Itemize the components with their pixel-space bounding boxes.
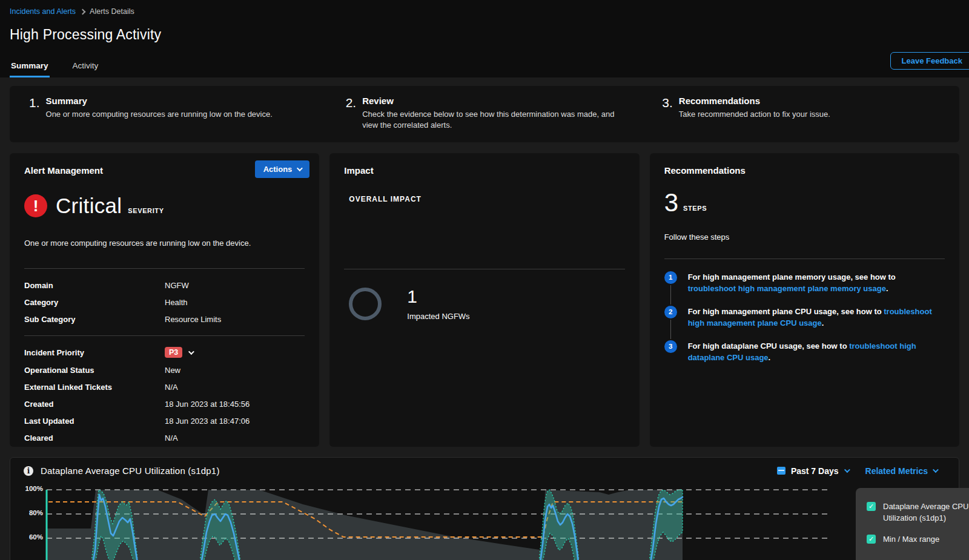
- detail-label: Operational Status: [24, 366, 165, 375]
- info-icon[interactable]: i: [24, 466, 33, 476]
- step-text-plain: For high management plane memory usage, …: [688, 272, 896, 282]
- page-header: Incidents and Alerts Alerts Details High…: [0, 0, 969, 77]
- impacted-count: 1: [407, 286, 469, 307]
- chevron-down-icon: [297, 165, 303, 171]
- checkbox-checked-icon[interactable]: ✓: [867, 535, 876, 544]
- step-circle: 1: [664, 271, 677, 284]
- chevron-down-icon: [844, 467, 850, 473]
- leave-feedback-button[interactable]: Leave Feedback: [890, 52, 969, 70]
- time-range-label: Past 7 Days: [791, 466, 839, 476]
- cpu-utilization-chart-card: i Dataplane Average CPU Utilization (s1d…: [10, 457, 959, 560]
- breadcrumb-parent-link[interactable]: Incidents and Alerts: [10, 7, 76, 16]
- actions-button[interactable]: Actions: [255, 160, 310, 178]
- divider: [344, 269, 624, 269]
- impact-card: Impact OVERALL IMPACT 1 Impacted NGFWs: [329, 153, 639, 447]
- alert-management-card: Alert Management Actions ! Critical SEVE…: [10, 153, 319, 447]
- recommendation-steps: 1 For high management plane memory usage…: [664, 271, 945, 375]
- detail-label: Category: [24, 298, 165, 307]
- related-metrics-label: Related Metrics: [865, 466, 928, 476]
- detail-value: N/A: [165, 383, 178, 392]
- breadcrumb-current: Alerts Details: [90, 7, 134, 16]
- calendar-icon: [777, 467, 785, 475]
- step-text: For high management plane CPU usage, see…: [688, 306, 945, 329]
- steps-banner: 1. Summary One or more computing resourc…: [10, 86, 959, 142]
- impacted-ngfws-row: 1 Impacted NGFWs: [349, 286, 624, 321]
- critical-severity-icon: !: [24, 194, 47, 217]
- steps-count: 3: [664, 191, 678, 214]
- detail-value: Resource Limits: [165, 315, 221, 324]
- actions-button-label: Actions: [263, 165, 293, 174]
- step-title: Recommendations: [679, 96, 830, 106]
- steps-count-label: STEPS: [683, 205, 707, 212]
- checkbox-checked-icon[interactable]: ✓: [867, 502, 876, 511]
- overall-impact-label: OVERALL IMPACT: [349, 195, 624, 203]
- step-title: Review: [362, 96, 626, 106]
- step-number: 2.: [346, 96, 357, 130]
- detail-label: Sub Category: [24, 315, 165, 324]
- detail-value: New: [165, 366, 180, 375]
- severity-value: Critical: [56, 194, 122, 218]
- step-number: 3.: [662, 96, 673, 130]
- step-connector: [670, 285, 671, 305]
- impact-ring-icon: [349, 288, 382, 320]
- step-connector: [670, 320, 671, 339]
- priority-chevron-icon[interactable]: [188, 349, 194, 355]
- detail-label: Created: [24, 400, 165, 409]
- detail-value: NGFW: [165, 281, 189, 290]
- detail-label: External Linked Tickets: [24, 383, 165, 392]
- chart-plot-area: 100% 80% 60% ✓ Dataplane Average CPU Uti…: [10, 481, 959, 560]
- tab-summary[interactable]: Summary: [10, 58, 50, 77]
- banner-step-1: 1. Summary One or more computing resourc…: [10, 96, 326, 130]
- detail-label: Cleared: [24, 433, 165, 443]
- alert-description: One or more computing resources are runn…: [24, 239, 305, 248]
- priority-badge: P3: [165, 347, 182, 358]
- chart-controls: Past 7 Days Related Metrics: [777, 466, 949, 476]
- cards-row: Alert Management Actions ! Critical SEVE…: [10, 153, 959, 447]
- chart-legend: ✓ Dataplane Average CPU Utilization (s1d…: [856, 488, 969, 560]
- detail-row: External Linked Tickets N/A: [24, 379, 305, 396]
- breadcrumb-chevron-icon: [80, 8, 86, 15]
- legend-label: Min / Max range: [883, 534, 939, 545]
- step-text: For high dataplane CPU usage, see how to…: [688, 340, 945, 364]
- severity-label: SEVERITY: [128, 207, 164, 214]
- incident-priority-row: Incident Priority P3: [24, 343, 305, 362]
- chart-header: i Dataplane Average CPU Utilization (s1d…: [10, 458, 959, 476]
- detail-label: Domain: [24, 281, 165, 290]
- troubleshoot-link[interactable]: troubleshoot high management plane memor…: [688, 284, 886, 293]
- step-text-suffix: .: [822, 318, 824, 328]
- detail-row: Category Health: [24, 294, 305, 311]
- recommendation-step-1: 1 For high management plane memory usage…: [664, 271, 945, 306]
- detail-row: Domain NGFW: [24, 277, 305, 294]
- detail-value: 18 Jun 2023 at 18:47:06: [165, 417, 250, 426]
- chart-title: Dataplane Average CPU Utilization (s1dp1…: [41, 466, 220, 476]
- related-metrics-dropdown[interactable]: Related Metrics: [865, 466, 937, 476]
- detail-value: N/A: [165, 433, 178, 443]
- legend-label: Dataplane Average CPU Utilization (s1dp1…: [883, 501, 969, 524]
- impacted-caption: Impacted NGFWs: [407, 312, 469, 321]
- step-text-plain: For high management plane CPU usage, see…: [688, 307, 884, 316]
- step-circle: 3: [664, 340, 677, 353]
- step-description: Check the evidence below to see how this…: [362, 109, 626, 130]
- tabs: Summary Activity: [10, 58, 959, 77]
- time-range-dropdown[interactable]: Past 7 Days: [777, 466, 848, 476]
- step-description: One or more computing resources are runn…: [46, 109, 273, 120]
- cpu-utilization-chart[interactable]: [0, 481, 836, 560]
- detail-value: 18 Jun 2023 at 18:45:56: [165, 400, 250, 409]
- content-area: 1. Summary One or more computing resourc…: [0, 77, 969, 560]
- breadcrumb: Incidents and Alerts Alerts Details: [10, 6, 959, 16]
- tab-activity[interactable]: Activity: [71, 58, 100, 77]
- page-title: High Processing Activity: [10, 27, 959, 43]
- divider: [24, 335, 305, 336]
- detail-row: Sub Category Resource Limits: [24, 311, 305, 328]
- recommendation-step-2: 2 For high management plane CPU usage, s…: [664, 306, 945, 340]
- step-text-plain: For high dataplane CPU usage, see how to: [688, 341, 850, 351]
- detail-row: Operational Status New: [24, 362, 305, 379]
- recommendations-card: Recommendations 3 STEPS Follow these ste…: [650, 153, 959, 447]
- step-text-suffix: .: [886, 284, 888, 293]
- detail-row: Created 18 Jun 2023 at 18:45:56: [24, 396, 305, 413]
- recommendation-step-3: 3 For high dataplane CPU usage, see how …: [664, 340, 945, 375]
- recommendations-title: Recommendations: [664, 165, 945, 176]
- step-title: Summary: [46, 96, 273, 106]
- banner-step-2: 2. Review Check the evidence below to se…: [326, 96, 643, 130]
- detail-row: Cleared N/A: [24, 430, 305, 447]
